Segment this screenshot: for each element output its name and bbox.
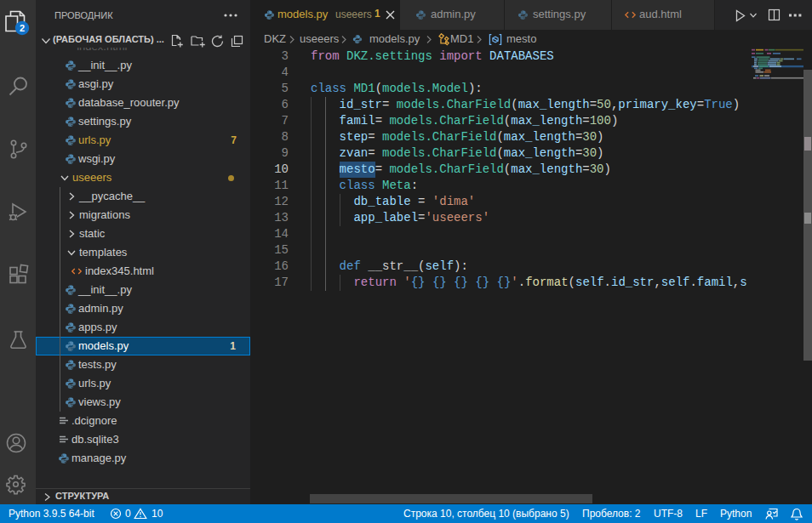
svg-text:2: 2 bbox=[20, 23, 25, 33]
